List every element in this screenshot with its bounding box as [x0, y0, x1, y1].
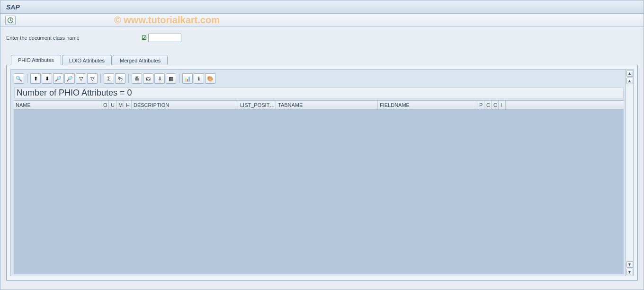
execute-button[interactable] [5, 16, 16, 25]
views-button[interactable]: 🗂 [143, 73, 153, 84]
tab-merged[interactable]: Merged Attributes [113, 55, 168, 65]
col-header-o[interactable]: O [101, 101, 109, 109]
col-header-tabname[interactable]: TABNAME [276, 101, 378, 109]
palette-icon: 🎨 [207, 76, 214, 82]
scroll-down-button[interactable]: ▼ [626, 261, 633, 268]
col-header-c1[interactable]: C [484, 101, 492, 109]
col-header-label: H [126, 102, 130, 108]
col-header-label: P [479, 102, 483, 108]
col-header-label: FIELDNAME [380, 102, 410, 108]
sort-desc-icon: ⬇ [45, 76, 49, 82]
tabstrip: PHIO AttributesLOIO AttributesMerged Att… [11, 53, 638, 65]
toolbar-separator [128, 74, 129, 83]
col-header-name[interactable]: NAME [14, 101, 101, 109]
toolbar-separator [27, 74, 27, 83]
col-header-label: U [111, 102, 115, 108]
sort-asc-button[interactable]: ⬆ [30, 73, 41, 84]
titlebar: SAP [0, 0, 644, 14]
chart-icon: 📊 [184, 76, 191, 82]
print-icon: 🖶 [134, 76, 140, 81]
info-icon: ℹ [198, 76, 200, 82]
col-header-label: M [118, 102, 123, 108]
alv-toolbar: 🔍⬆⬇🔎🔎▽▽Σ%🖶🗂⇩▦📊ℹ🎨 [14, 72, 624, 85]
sort-asc-icon: ⬆ [34, 76, 38, 82]
export-icon: ⇩ [158, 76, 162, 82]
col-header-u[interactable]: U [109, 101, 116, 109]
chart-button[interactable]: 📊 [182, 73, 193, 84]
filter-icon: ▽ [79, 76, 83, 82]
scroll-down-button-2[interactable]: ▼ [626, 269, 633, 275]
col-header-list_posit[interactable]: LIST_POSIT… [238, 101, 276, 109]
toolbar-separator [100, 74, 101, 83]
doc-class-input[interactable] [148, 34, 181, 42]
vertical-scrollbar[interactable]: ▲ ▲ ▼ ▼ [626, 70, 633, 276]
col-header-label: NAME [16, 102, 31, 108]
subtotal-icon: % [118, 76, 123, 81]
find-next-button[interactable]: 🔎 [64, 73, 75, 84]
filter-dd-icon: ▽ [90, 76, 94, 82]
col-header-label: C [493, 102, 497, 108]
col-header-label: O [103, 102, 107, 108]
col-header-m[interactable]: M [116, 101, 124, 109]
scroll-up-button[interactable]: ▲ [626, 70, 633, 77]
layout-button[interactable]: ▦ [166, 73, 176, 84]
toolbar-separator [179, 74, 179, 83]
col-header-label: I [501, 102, 502, 108]
col-header-c2[interactable]: C [492, 101, 499, 109]
doc-class-field-row: Enter the document class name ☑ [6, 34, 638, 42]
tab-loio[interactable]: LOIO Attributes [62, 55, 112, 65]
alv-body-empty [14, 110, 624, 274]
alv-header-row: NAMEOUMHDESCRIPTIONLIST_POSIT…TABNAMEFIE… [14, 100, 624, 110]
scroll-track[interactable] [626, 85, 633, 260]
col-header-fieldname[interactable]: FIELDNAME [378, 101, 477, 109]
find-next-icon: 🔎 [66, 76, 73, 82]
scroll-up-button-2[interactable]: ▲ [626, 78, 633, 84]
app-window: SAP © www.tutorialkart.com Enter the doc… [0, 0, 644, 290]
alv-title: Number of PHIO Attributes = 0 [14, 88, 624, 98]
print-button[interactable]: 🖶 [132, 73, 142, 84]
info-button[interactable]: ℹ [194, 73, 204, 84]
tab-phio[interactable]: PHIO Attributes [11, 55, 61, 65]
tab-panel: 🔍⬆⬇🔎🔎▽▽Σ%🖶🗂⇩▦📊ℹ🎨 Number of PHIO Attribut… [6, 65, 638, 281]
app-toolbar: © www.tutorialkart.com [0, 14, 644, 27]
sum-button[interactable]: Σ [104, 73, 114, 84]
details-icon: 🔍 [16, 76, 22, 82]
required-check-icon: ☑ [142, 35, 147, 41]
sum-icon: Σ [107, 76, 111, 81]
content-area: Enter the document class name ☑ PHIO Att… [0, 27, 644, 285]
filter-button[interactable]: ▽ [76, 73, 86, 84]
tab-label: PHIO Attributes [18, 57, 54, 63]
sort-desc-button[interactable]: ⬇ [42, 73, 52, 84]
clock-run-icon [7, 17, 14, 24]
views-icon: 🗂 [146, 76, 151, 81]
details-button[interactable]: 🔍 [14, 73, 24, 84]
find-icon: 🔎 [55, 76, 62, 82]
filter-dd-button[interactable]: ▽ [87, 73, 98, 84]
watermark: © www.tutorialkart.com [114, 15, 220, 26]
subtotal-button[interactable]: % [115, 73, 125, 84]
col-header-description[interactable]: DESCRIPTION [132, 101, 238, 109]
col-header-label: C [486, 102, 490, 108]
col-header-label: DESCRIPTION [134, 102, 169, 108]
col-header-h[interactable]: H [124, 101, 132, 109]
tab-label: LOIO Attributes [69, 58, 105, 63]
doc-class-label: Enter the document class name [6, 35, 148, 41]
palette-button[interactable]: 🎨 [205, 73, 215, 84]
col-header-label: LIST_POSIT… [240, 102, 275, 108]
col-header-label: TABNAME [278, 102, 303, 108]
find-button[interactable]: 🔎 [53, 73, 63, 84]
alv-grid-area: 🔍⬆⬇🔎🔎▽▽Σ%🖶🗂⇩▦📊ℹ🎨 Number of PHIO Attribut… [11, 70, 626, 276]
col-header-p[interactable]: P [477, 101, 484, 109]
layout-icon: ▦ [169, 76, 173, 82]
export-button[interactable]: ⇩ [154, 73, 165, 84]
tab-label: Merged Attributes [120, 58, 161, 63]
col-header-i[interactable]: I [499, 101, 506, 109]
alv-panel: 🔍⬆⬇🔎🔎▽▽Σ%🖶🗂⇩▦📊ℹ🎨 Number of PHIO Attribut… [10, 69, 634, 276]
app-title: SAP [6, 3, 20, 11]
